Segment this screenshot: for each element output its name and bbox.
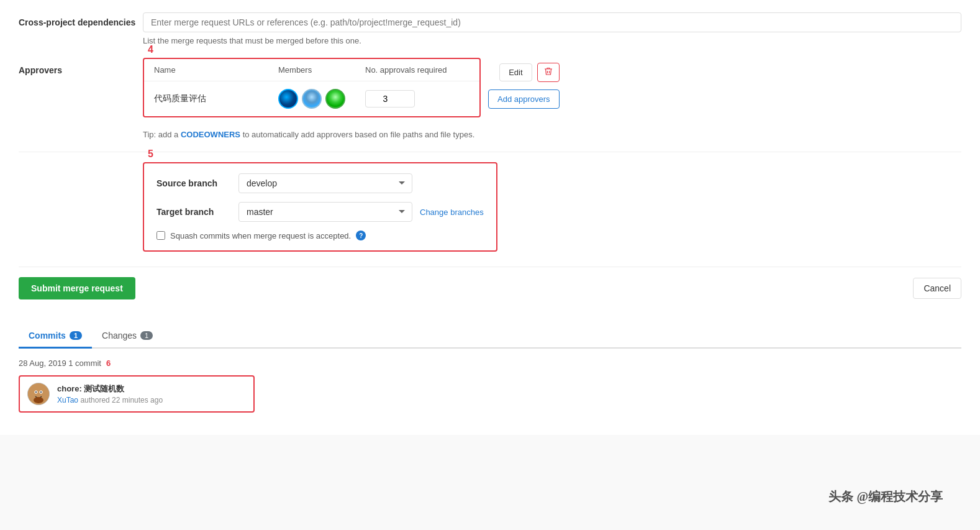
col-name: Name: [144, 59, 268, 81]
tip-text-before: Tip: add a: [143, 130, 181, 139]
tab-commits-badge: 1: [70, 331, 82, 340]
tabs-section: Commits 1 Changes 1: [19, 324, 961, 349]
commit-date-header: 28 Aug, 2019 1 commit 6: [19, 359, 961, 368]
source-branch-select[interactable]: develop main feature/test: [238, 173, 412, 193]
approvers-table-wrapper: Name Members No. approvals required 代码质量…: [143, 58, 481, 117]
add-approvers-button[interactable]: Add approvers: [488, 89, 560, 109]
source-branch-row: Source branch develop main feature/test: [157, 173, 484, 193]
commit-date-text: 28 Aug, 2019 1 commit: [19, 359, 101, 368]
approver-name: 代码质量评估: [144, 81, 268, 117]
commit-item: chore: 测试随机数 XuTao authored 22 minutes a…: [19, 375, 255, 413]
cross-project-label: Cross-project dependencies: [19, 12, 143, 27]
trash-icon: [544, 67, 553, 76]
approvers-content: 4 Name Members No. approvals required: [143, 58, 961, 117]
branch-section: 5 Source branch develop main feature/tes…: [19, 162, 961, 252]
squash-label: Squash commits when merge request is acc…: [170, 231, 351, 240]
tab-changes-label: Changes: [102, 331, 137, 340]
tab-changes[interactable]: Changes 1: [92, 324, 163, 349]
cancel-button[interactable]: Cancel: [913, 278, 961, 299]
approver-approvals: [355, 81, 479, 117]
cross-project-content: List the merge requests that must be mer…: [143, 12, 961, 45]
target-branch-label: Target branch: [157, 207, 231, 217]
help-icon[interactable]: ?: [356, 231, 366, 240]
edit-approver-button[interactable]: Edit: [499, 63, 532, 81]
source-branch-label: Source branch: [157, 178, 231, 188]
cross-project-row: Cross-project dependencies List the merg…: [19, 12, 961, 45]
member-avatar-3: [325, 89, 345, 109]
approvers-label: Approvers: [19, 58, 143, 75]
svg-point-6: [40, 391, 42, 393]
commits-section: 28 Aug, 2019 1 commit 6: [19, 349, 961, 423]
commit-time: authored 22 minutes ago: [80, 396, 163, 404]
col-members: Members: [268, 59, 355, 81]
squash-checkbox[interactable]: [157, 231, 165, 240]
approver-members: [268, 81, 355, 117]
col-approvals: No. approvals required: [355, 59, 479, 81]
tab-commits[interactable]: Commits 1: [19, 324, 92, 349]
submit-merge-request-button[interactable]: Submit merge request: [19, 277, 135, 299]
commit-meta: XuTao authored 22 minutes ago: [57, 396, 246, 404]
avatar-svg: [27, 383, 50, 405]
step-number-5: 5: [148, 148, 153, 160]
delete-approver-button[interactable]: [537, 63, 560, 82]
codeowners-link[interactable]: CODEOWNERS: [181, 130, 240, 139]
member-avatar-1: [278, 89, 298, 109]
member-avatars: [278, 89, 345, 109]
step-number-6: 6: [106, 359, 111, 368]
commit-author[interactable]: XuTao: [57, 396, 78, 404]
step-number-4: 4: [148, 44, 153, 55]
commit-info: chore: 测试随机数 XuTao authored 22 minutes a…: [57, 383, 246, 404]
cross-project-helper: List the merge requests that must be mer…: [143, 36, 961, 45]
approvals-input[interactable]: [365, 90, 415, 107]
tabs-nav: Commits 1 Changes 1: [19, 324, 961, 349]
svg-point-5: [35, 391, 37, 393]
approver-row: 代码质量评估: [144, 81, 479, 117]
approvers-right: Edit Add approvers: [488, 58, 560, 109]
tab-changes-badge: 1: [140, 331, 153, 340]
commit-avatar: [27, 383, 50, 405]
target-branch-select[interactable]: master main develop: [238, 202, 412, 222]
change-branches-link[interactable]: Change branches: [420, 208, 484, 217]
avatar-face: [27, 383, 50, 405]
target-branch-row: Target branch master main develop Change…: [157, 202, 484, 222]
tab-commits-label: Commits: [29, 331, 66, 340]
branch-box: Source branch develop main feature/test …: [143, 162, 497, 252]
tip-section: Tip: add a CODEOWNERS to automatically a…: [143, 130, 961, 139]
cross-project-input[interactable]: [143, 12, 961, 32]
section-divider: [19, 152, 961, 152]
approver-action-row: Edit: [499, 63, 559, 82]
submit-section: Submit merge request Cancel: [19, 267, 961, 309]
squash-row: Squash commits when merge request is acc…: [157, 231, 484, 240]
commit-title: chore: 测试随机数: [57, 383, 246, 395]
approvers-row-wrapper: Name Members No. approvals required 代码质量…: [143, 58, 961, 117]
approvers-table: Name Members No. approvals required 代码质量…: [144, 59, 479, 116]
member-avatar-2: [302, 89, 322, 109]
tip-text-after: to automatically add approvers based on …: [240, 130, 474, 139]
approvers-section: Approvers 4 Name Members No. approvals r…: [19, 58, 961, 117]
svg-point-7: [34, 397, 43, 403]
